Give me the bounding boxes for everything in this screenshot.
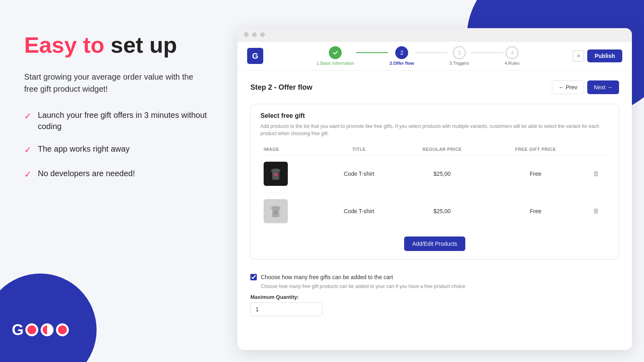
product-image-cell-1 [260,155,322,193]
logo-ooo [25,323,69,336]
product-thumbnail-2 [264,199,288,223]
check-icon-1: ✓ [24,110,31,123]
close-button[interactable]: × [573,50,584,62]
product-image-cell-2 [260,193,322,230]
checklist: ✓ Launch your free gift offers in 3 minu… [24,109,209,192]
quantity-checkbox[interactable] [250,274,257,280]
check-icon-3: ✓ [24,169,31,181]
logo-dot-3 [56,323,69,336]
free-gift-section: Select free gift Add products to the lis… [250,104,619,259]
subtitle: Start growing your average order value w… [24,71,209,95]
app-mockup: G 1.Basic information 2 2.Offer flow 3 3… [237,28,632,350]
delete-icon-1[interactable]: 🗑 [593,170,599,177]
product-title-1: Code T-shirt [322,155,396,193]
step-label-3: 3.Triggers [450,61,469,66]
browser-dot-1 [244,32,249,37]
check-icon-2: ✓ [24,144,31,156]
next-button[interactable]: Next → [587,80,619,94]
logo-dot-2 [41,323,54,336]
product-price-2: $25,00 [396,193,488,230]
steps-nav: 1.Basic information 2 2.Offer flow 3 3.T… [263,46,573,66]
checklist-item-3: ✓ No developers are needed! [24,168,209,181]
product-thumbnail-1 [264,162,288,186]
max-quantity-input[interactable] [250,302,323,316]
step-line-1 [356,52,388,53]
prev-button[interactable]: ← Prev [552,80,584,94]
browser-dot-2 [252,32,257,37]
logo-g-letter: G [12,321,24,339]
step-3: 3 3.Triggers [450,46,469,66]
col-image: IMAGE [260,144,322,155]
quantity-checkbox-label: Choose how many free gifts can be added … [261,274,393,280]
checklist-text-3: No developers are needed! [38,168,135,179]
col-title: TITLE [322,144,396,155]
product-free-price-2: Free [488,193,583,230]
col-regular-price: REGULAR PRICE [396,144,488,155]
browser-chrome [237,28,632,41]
checklist-item-1: ✓ Launch your free gift offers in 3 minu… [24,109,209,132]
checkbox-row: Choose how many free gifts can be added … [250,274,619,280]
app-header: G 1.Basic information 2 2.Offer flow 3 3… [237,41,632,71]
title-setup: set up [111,32,177,58]
free-gift-desc: Add products to the list that you want t… [260,123,609,137]
brand-logo-text: G [12,321,69,339]
step-title: Step 2 - Offer flow [250,83,312,92]
product-table: IMAGE TITLE REGULAR PRICE FREE GIFT PRIC… [260,144,609,230]
step-1: 1.Basic information [316,46,354,66]
step-header: Step 2 - Offer flow ← Prev Next → [250,80,619,94]
max-quantity-label: Maximum Quantity: [250,294,619,300]
col-free-gift-price: FREE GIFT PRICE [488,144,583,155]
step-label-2: 2.Offer flow [390,61,414,66]
table-row: Code T-shirt $25,00 Free 🗑 [260,193,609,230]
product-title-2: Code T-shirt [322,193,396,230]
product-delete-cell-1: 🗑 [583,155,609,193]
step-line-3 [471,52,503,53]
step-label-1: 1.Basic information [316,61,354,66]
step-circle-2: 2 [395,46,408,59]
brand-logo-circle: G [0,274,97,362]
add-edit-products-button[interactable]: Add/Edit Products [404,237,465,251]
checklist-text-1: Launch your free gift offers in 3 minute… [38,109,209,132]
svg-rect-1 [274,210,277,214]
product-price-1: $25,00 [396,155,488,193]
app-logo: G [247,48,263,64]
checklist-text-2: The app works right away [38,143,130,154]
quantity-section: Choose how many free gifts can be added … [250,267,619,323]
logo-dot-1 [25,323,38,336]
checklist-item-2: ✓ The app works right away [24,143,209,156]
step-circle-4: 4 [506,46,518,59]
nav-buttons: ← Prev Next → [552,80,619,94]
step-line-2 [416,52,448,53]
step-label-4: 4.Rules [505,61,520,66]
publish-button[interactable]: Publish [587,49,622,62]
left-panel: Easy to set up Start growing your averag… [0,0,233,362]
table-row: Code T-shirt $25,00 Free 🗑 [260,155,609,193]
app-content: Step 2 - Offer flow ← Prev Next → Select… [237,71,632,344]
step-4: 4 4.Rules [505,46,520,66]
quantity-hint: Choose how many free gift products can b… [261,284,619,289]
header-actions: × Publish [573,49,622,62]
free-gift-title: Select free gift [260,112,609,119]
hero-title: Easy to set up [24,32,209,58]
svg-point-0 [274,173,277,176]
col-actions [583,144,609,155]
product-delete-cell-2: 🗑 [583,193,609,230]
product-free-price-1: Free [488,155,583,193]
title-to: to [83,32,110,58]
step-circle-1 [329,46,342,59]
delete-icon-2[interactable]: 🗑 [593,208,599,214]
app-logo-letter: G [252,51,258,61]
step-circle-3: 3 [453,46,466,59]
browser-dot-3 [260,32,265,37]
step-2: 2 2.Offer flow [390,46,414,66]
title-easy: Easy [24,32,77,58]
